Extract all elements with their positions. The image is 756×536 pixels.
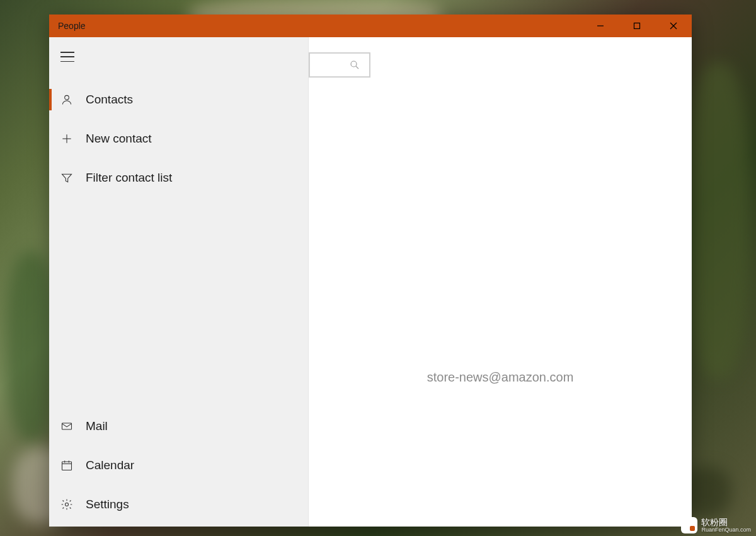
- titlebar: People: [49, 15, 692, 37]
- svg-point-4: [65, 95, 69, 100]
- app-window: People Contacts: [49, 15, 692, 527]
- nav-item-settings[interactable]: Settings: [49, 485, 308, 524]
- nav-top: Contacts New contact Filter contact list: [49, 76, 308, 197]
- nav-label: Mail: [86, 419, 108, 433]
- svg-rect-8: [62, 462, 72, 470]
- minimize-icon: [597, 22, 604, 30]
- nav-item-new-contact[interactable]: New contact: [49, 119, 308, 158]
- svg-point-16: [351, 61, 357, 67]
- nav-item-filter[interactable]: Filter contact list: [49, 158, 308, 197]
- sidebar: Contacts New contact Filter contact list: [49, 37, 309, 527]
- search-wrap: [309, 52, 370, 78]
- watermark-sub: RuanFenQuan.com: [701, 527, 751, 533]
- svg-point-15: [66, 503, 69, 506]
- watermark: 软粉圈 RuanFenQuan.com: [681, 517, 751, 533]
- person-icon: [60, 93, 86, 106]
- search-icon: [349, 59, 360, 71]
- gear-icon: [60, 498, 86, 511]
- close-button[interactable]: [655, 15, 692, 37]
- svg-rect-1: [634, 23, 640, 29]
- minimize-button[interactable]: [582, 15, 619, 37]
- main-pane: store-news@amazon.com: [309, 37, 692, 527]
- svg-line-17: [356, 66, 358, 69]
- nav-item-calendar[interactable]: Calendar: [49, 446, 308, 485]
- nav-item-contacts[interactable]: Contacts: [49, 80, 308, 119]
- close-icon: [670, 22, 677, 30]
- svg-rect-7: [62, 423, 72, 429]
- filter-icon: [60, 172, 86, 184]
- contact-email-text: store-news@amazon.com: [427, 370, 574, 385]
- watermark-text: 软粉圈: [701, 518, 751, 527]
- maximize-icon: [633, 22, 641, 30]
- watermark-icon: [681, 517, 697, 533]
- plus-icon: [60, 132, 86, 145]
- nav-bottom: Mail Calendar Settings: [49, 407, 308, 527]
- maximize-button[interactable]: [619, 15, 655, 37]
- nav-label: Calendar: [86, 458, 134, 472]
- hamburger-row: [49, 37, 308, 76]
- window-title: People: [49, 21, 86, 31]
- window-body: Contacts New contact Filter contact list: [49, 37, 692, 527]
- mail-icon: [60, 420, 86, 433]
- hamburger-button[interactable]: [60, 52, 74, 62]
- search-input[interactable]: [309, 52, 370, 78]
- calendar-icon: [60, 459, 86, 472]
- nav-label: Settings: [86, 498, 129, 511]
- nav-label: Filter contact list: [86, 171, 172, 185]
- nav-label: New contact: [86, 132, 152, 146]
- nav-item-mail[interactable]: Mail: [49, 407, 308, 446]
- nav-label: Contacts: [86, 93, 133, 107]
